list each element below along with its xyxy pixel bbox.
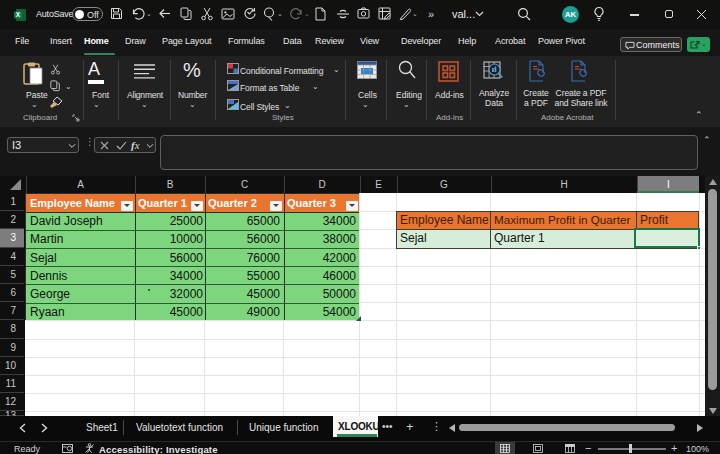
- svg-text:X: X: [16, 11, 21, 18]
